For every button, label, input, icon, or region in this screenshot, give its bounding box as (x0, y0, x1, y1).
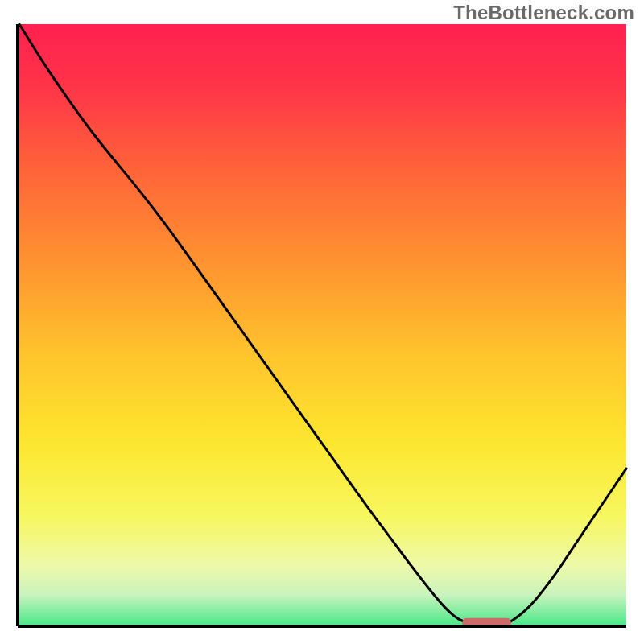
chart-container: TheBottleneck.com (0, 0, 644, 644)
attribution-watermark: TheBottleneck.com (453, 2, 634, 24)
gradient-background (19, 24, 626, 625)
bottleneck-chart (0, 0, 644, 644)
